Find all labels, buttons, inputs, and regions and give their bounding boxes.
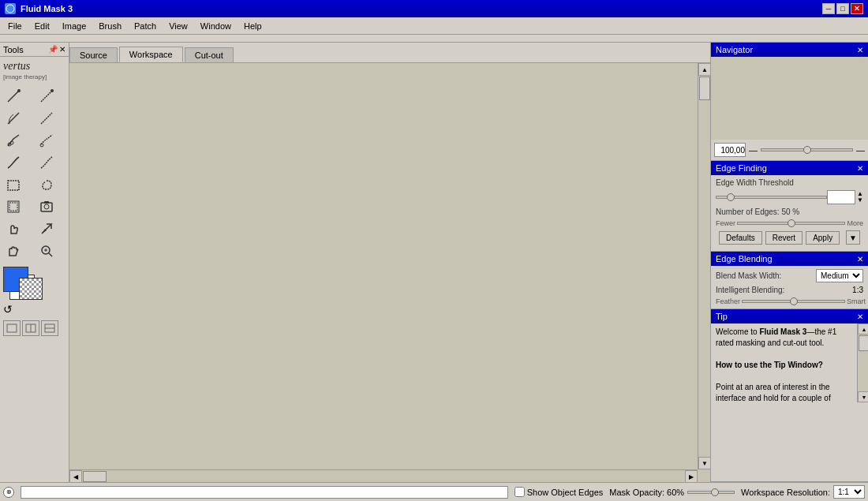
transparent-swatch[interactable] [19,278,43,300]
edge-threshold-value[interactable]: 3px [827,190,855,204]
zoom-slider[interactable] [761,148,853,151]
mask-opacity-label: Mask Opacity: 60% [609,488,684,497]
screenshot-tool[interactable] [35,196,58,218]
tip-scroll-thumb[interactable] [859,335,868,351]
navigator-close-icon[interactable]: ✕ [857,46,863,54]
edge-width-label-row: Edge Width Threshold [716,178,863,187]
horizontal-scrollbar[interactable]: ◀ ▶ [69,469,698,482]
menu-brush[interactable]: Brush [92,20,128,32]
navigator-title: Navigator [716,45,753,54]
crop-tool[interactable] [2,196,25,218]
arrow-tool[interactable] [35,218,58,240]
tab-workspace[interactable]: Workspace [119,47,183,62]
scroll-right-button[interactable]: ▶ [685,470,698,482]
layout-split-v-btn[interactable] [41,320,58,336]
intelligent-blending-row: Intelligent Blending: 1:3 [716,286,863,294]
mask-opacity-slider[interactable] [687,491,735,494]
tip-scrollbar[interactable]: ▲ ▼ [857,323,868,402]
menu-help[interactable]: Help [238,20,268,32]
tip-close-icon[interactable]: ✕ [857,312,863,321]
brush-smooth-tool[interactable] [2,85,25,107]
workspace-area: Source Workspace Cut-out ▲ ▼ ◀ ▶ [69,43,710,482]
scroll-thumb-v[interactable] [699,77,710,100]
intelligent-value: 1:3 [852,286,863,294]
feather-slider[interactable] [742,300,845,303]
svg-point-2 [17,89,21,92]
status-input[interactable] [21,486,508,499]
scroll-track-h[interactable] [82,470,685,482]
menu-image[interactable]: Image [56,20,93,32]
edges-count-slider[interactable] [737,222,845,225]
right-panel: Navigator ✕ — — Edge Finding ✕ Edge Widt… [710,43,868,482]
layout-single-btn[interactable] [3,320,21,336]
minimize-button[interactable]: ─ [822,3,835,14]
layout-split-h-btn[interactable] [22,320,39,336]
revert-button[interactable]: Revert [765,231,803,245]
grab-tool[interactable] [2,218,25,240]
zoom-tool[interactable] [35,240,58,262]
maximize-button[interactable]: □ [836,3,849,14]
zoom-value-input[interactable] [714,143,746,157]
blend-smooth-tool[interactable] [2,151,25,174]
zoom-decrease-icon: — [749,145,758,155]
vertical-scrollbar[interactable]: ▲ ▼ [698,63,710,469]
blend-rough-tool[interactable] [35,151,58,174]
scroll-left-button[interactable]: ◀ [69,470,82,482]
close-button[interactable]: ✕ [851,3,863,14]
lasso-tool[interactable] [35,174,58,196]
hand-tool[interactable] [2,240,25,262]
tools-panel-header: Tools 📌 ✕ [0,43,69,57]
canvas-area: ▲ ▼ ◀ ▶ [69,63,710,482]
tools-label: Tools [3,45,24,54]
show-object-edges-checkbox[interactable] [514,487,525,497]
expand-icon[interactable]: ▼ [846,230,860,245]
scroll-down-button[interactable]: ▼ [698,457,710,469]
feather-label: Feather [716,297,740,305]
show-object-edges-checkbox-group: Show Object Edges [514,487,604,497]
scroll-up-button[interactable]: ▲ [698,63,710,76]
edge-blending-close-icon[interactable]: ✕ [857,255,863,264]
tip-section-inner: Welcome to Fluid Mask 3—the #1 rated mas… [711,323,868,402]
blend-mask-row: Blend Mask Width: Narrow Medium Wide [716,269,863,282]
tools-close-icon[interactable]: ✕ [59,45,65,54]
navigator-section: Navigator ✕ — — [711,43,868,161]
tab-cutout[interactable]: Cut-out [185,47,234,62]
status-icon[interactable]: ⊗ [3,487,14,498]
erase-smooth-tool[interactable] [2,107,25,129]
menu-view[interactable]: View [163,20,194,32]
apply-button[interactable]: Apply [806,231,840,245]
blend-mask-select[interactable]: Narrow Medium Wide [816,269,863,282]
tools-pin-icon[interactable]: 📌 [48,45,58,54]
menu-file[interactable]: File [2,20,28,32]
title-bar: Fluid Mask 3 ─ □ ✕ [0,0,868,17]
edge-finding-close-icon[interactable]: ✕ [857,164,863,173]
logo-name: vertus [3,60,65,73]
menu-window[interactable]: Window [194,20,238,32]
tip-scroll-track[interactable] [858,335,868,391]
menu-edit[interactable]: Edit [28,20,56,32]
scroll-track-v[interactable] [698,76,710,457]
rect-select-tool[interactable] [2,174,25,196]
edge-threshold-slider[interactable] [716,196,827,199]
rotate-colors-icon[interactable]: ↺ [3,303,65,316]
workspace-resolution-select[interactable]: 1:1 1:2 1:4 [833,485,865,499]
menu-patch[interactable]: Patch [128,20,163,32]
defaults-button[interactable]: Defaults [719,231,762,245]
zoom-increase-icon: — [856,145,865,155]
tip-scroll-down-button[interactable]: ▼ [858,391,868,402]
scroll-thumb-h[interactable] [83,471,107,482]
svg-rect-8 [8,181,19,190]
brush-rough-tool[interactable] [35,85,58,107]
blend-mask-label: Blend Mask Width: [716,271,816,280]
tab-source[interactable]: Source [69,47,118,62]
svg-line-3 [41,91,52,102]
toolbar-strip [0,35,868,43]
main-area: Tools 📌 ✕ vertus [image therapy] [0,43,868,482]
threshold-down-icon[interactable]: ▼ [857,197,863,204]
edge-finding-header: Edge Finding ✕ [711,161,868,175]
num-edges-row: Number of Edges: 50 % [716,208,863,216]
tip-scroll-up-button[interactable]: ▲ [858,323,868,335]
cut-rough-tool[interactable] [35,129,58,151]
cut-smooth-tool[interactable] [2,129,25,151]
erase-rough-tool[interactable] [35,107,58,129]
